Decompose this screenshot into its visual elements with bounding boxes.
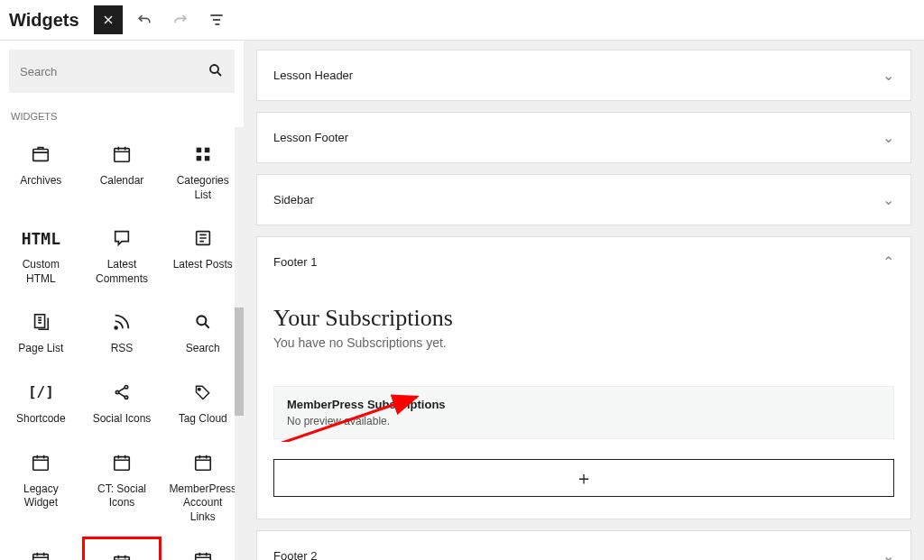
search-icon xyxy=(208,62,224,81)
widget-archives[interactable]: Archives xyxy=(4,131,79,211)
panel-header[interactable]: Sidebar ⌄ xyxy=(257,175,910,225)
widget-search[interactable]: Search xyxy=(165,298,240,365)
svg-point-12 xyxy=(116,390,118,393)
rss-icon xyxy=(111,311,133,333)
chevron-down-icon: ⌄ xyxy=(882,129,894,146)
top-toolbar: Widgets xyxy=(0,0,924,41)
shortcode-icon: [/] xyxy=(30,381,51,403)
svg-rect-16 xyxy=(115,456,130,470)
widget-custom-html[interactable]: HTML Custom HTML xyxy=(4,215,79,295)
legacy-icon xyxy=(192,549,214,560)
panel-header[interactable]: Lesson Footer ⌄ xyxy=(257,113,910,162)
legacy-icon xyxy=(111,452,133,473)
search-box xyxy=(9,50,235,93)
search-input[interactable] xyxy=(20,65,208,78)
svg-rect-3 xyxy=(196,148,201,153)
svg-rect-6 xyxy=(205,156,210,161)
widget-social-icons[interactable]: Social Icons xyxy=(82,369,162,436)
svg-point-0 xyxy=(210,65,218,73)
chevron-down-icon: ⌄ xyxy=(882,191,894,208)
calendar-icon xyxy=(111,143,133,165)
undo-button[interactable] xyxy=(130,5,159,34)
widget-memberpress-login[interactable]: MemberPress Login xyxy=(4,537,79,560)
grid-icon xyxy=(192,143,214,165)
widget-memberpress-subscriptions[interactable]: MemberPress Subscriptions xyxy=(82,537,162,560)
svg-rect-5 xyxy=(196,156,201,161)
preview-block-text: No preview available. xyxy=(287,415,881,427)
comment-icon xyxy=(111,227,133,249)
preview-block-title: MemberPress Subscriptions xyxy=(287,398,881,411)
posts-icon xyxy=(192,227,214,249)
panel-header[interactable]: Footer 2 ⌄ xyxy=(257,531,910,560)
widget-areas-main: Lesson Header ⌄ Lesson Footer ⌄ Sidebar … xyxy=(244,41,924,560)
svg-rect-1 xyxy=(33,150,49,161)
chevron-down-icon: ⌄ xyxy=(882,67,894,84)
tag-icon xyxy=(192,381,214,403)
page-title: Widgets xyxy=(9,10,79,31)
svg-point-13 xyxy=(125,396,127,399)
pages-icon xyxy=(30,311,51,333)
widget-meta[interactable]: Meta xyxy=(165,537,240,560)
subscriptions-empty-text: You have no Subscriptions yet. xyxy=(273,335,894,350)
plus-icon: ＋ xyxy=(575,466,593,491)
panel-sidebar: Sidebar ⌄ xyxy=(256,174,911,225)
panel-lesson-header: Lesson Header ⌄ xyxy=(256,50,911,101)
panel-footer-1: Footer 1 ⌃ Your Subscriptions You have n… xyxy=(256,236,911,519)
legacy-icon xyxy=(111,552,133,560)
widget-latest-posts[interactable]: Latest Posts xyxy=(165,215,240,295)
chevron-down-icon: ⌄ xyxy=(882,547,894,560)
svg-rect-17 xyxy=(195,456,210,470)
close-button[interactable] xyxy=(94,5,123,34)
html-icon: HTML xyxy=(30,227,51,249)
folder-icon xyxy=(30,143,51,165)
panel-footer-2: Footer 2 ⌄ xyxy=(256,530,911,560)
chevron-up-icon: ⌃ xyxy=(882,253,894,271)
legacy-icon xyxy=(30,452,51,473)
widget-ct-social-icons[interactable]: CT: Social Icons xyxy=(82,439,162,534)
widget-preview-block[interactable]: MemberPress Subscriptions No preview ava… xyxy=(273,386,894,439)
svg-rect-2 xyxy=(115,149,130,162)
panel-body: Your Subscriptions You have no Subscript… xyxy=(257,287,910,519)
legacy-icon xyxy=(30,549,51,560)
svg-rect-15 xyxy=(33,456,49,470)
svg-point-10 xyxy=(197,317,206,326)
section-label: WIDGETS xyxy=(0,106,244,127)
svg-rect-8 xyxy=(35,315,45,328)
svg-point-11 xyxy=(125,385,127,388)
widget-categories-list[interactable]: Categories List xyxy=(165,131,240,211)
add-block-button[interactable]: ＋ xyxy=(273,459,894,497)
svg-rect-4 xyxy=(205,148,210,153)
scrollbar-thumb[interactable] xyxy=(235,308,244,416)
panel-lesson-footer: Lesson Footer ⌄ xyxy=(256,112,911,163)
subscriptions-title: Your Subscriptions xyxy=(273,305,894,332)
list-view-button[interactable] xyxy=(202,5,231,34)
search-icon xyxy=(192,311,214,333)
widget-inserter-sidebar: WIDGETS Archives Calendar Categories Lis… xyxy=(0,41,244,560)
svg-point-14 xyxy=(198,388,200,390)
widget-memberpress-account-links[interactable]: MemberPress Account Links xyxy=(165,439,240,534)
svg-point-9 xyxy=(115,326,117,329)
share-icon xyxy=(111,381,133,403)
widget-calendar[interactable]: Calendar xyxy=(82,131,162,211)
widget-grid: Archives Calendar Categories List HTML C… xyxy=(0,127,244,560)
widget-tag-cloud[interactable]: Tag Cloud xyxy=(165,369,240,436)
widget-legacy-widget[interactable]: Legacy Widget xyxy=(4,439,79,534)
widget-shortcode[interactable]: [/] Shortcode xyxy=(4,369,79,436)
widget-latest-comments[interactable]: Latest Comments xyxy=(82,215,162,295)
legacy-icon xyxy=(192,452,214,473)
panel-header[interactable]: Footer 1 ⌃ xyxy=(257,237,910,287)
panel-header[interactable]: Lesson Header ⌄ xyxy=(257,50,910,100)
widget-rss[interactable]: RSS xyxy=(82,298,162,365)
redo-button[interactable] xyxy=(166,5,195,34)
widget-page-list[interactable]: Page List xyxy=(4,298,79,365)
